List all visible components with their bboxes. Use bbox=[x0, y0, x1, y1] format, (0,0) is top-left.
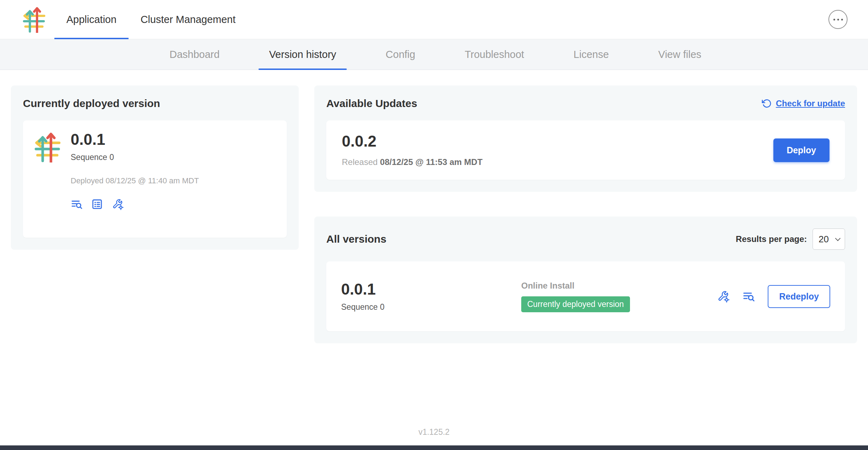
primary-nav: Application Cluster Management bbox=[54, 0, 248, 39]
page: Application Cluster Management Dashboard… bbox=[0, 0, 868, 450]
tab-license-label: License bbox=[573, 49, 609, 60]
ellipsis-icon bbox=[841, 19, 843, 20]
app-logo-icon bbox=[22, 6, 46, 33]
tab-config[interactable]: Config bbox=[361, 39, 440, 70]
results-per-page: Results per page: 20 bbox=[736, 229, 845, 250]
app-version-logo-icon bbox=[34, 131, 61, 162]
currently-deployed-title: Currently deployed version bbox=[23, 97, 287, 109]
top-navbar: Application Cluster Management bbox=[0, 0, 868, 39]
current-version-sequence: Sequence 0 bbox=[71, 153, 199, 162]
footer: v1.125.2 bbox=[0, 417, 868, 445]
tab-troubleshoot-label: Troubleshoot bbox=[465, 49, 524, 60]
install-type-label: Online Install bbox=[521, 281, 630, 291]
all-versions-title: All versions bbox=[326, 233, 386, 245]
ellipsis-icon bbox=[833, 19, 835, 20]
available-updates-card: Available Updates Check for update 0.0.2… bbox=[314, 85, 857, 192]
config-checklist-icon[interactable] bbox=[91, 198, 103, 210]
current-version-actions bbox=[71, 198, 199, 210]
current-version-info: 0.0.1 Sequence 0 Deployed 08/12/25 @ 11:… bbox=[71, 131, 199, 210]
bottom-bar bbox=[0, 445, 868, 450]
row-version-info: 0.0.1 Sequence 0 bbox=[341, 281, 521, 312]
current-version-number: 0.0.1 bbox=[71, 131, 199, 148]
update-info: 0.0.2 Released 08/12/25 @ 11:53 am MDT bbox=[342, 133, 482, 167]
released-date: 08/12/25 @ 11:53 am MDT bbox=[380, 157, 482, 167]
current-version-column: Currently deployed version bbox=[11, 85, 299, 250]
results-per-page-select-wrap: 20 bbox=[813, 229, 845, 250]
results-per-page-label: Results per page: bbox=[736, 234, 807, 244]
released-timestamp: Released 08/12/25 @ 11:53 am MDT bbox=[342, 157, 482, 167]
released-prefix: Released bbox=[342, 157, 380, 167]
tab-troubleshoot[interactable]: Troubleshoot bbox=[440, 39, 549, 70]
update-version-number: 0.0.2 bbox=[342, 133, 482, 149]
tab-view-files-label: View files bbox=[658, 49, 701, 60]
nav-cluster-management[interactable]: Cluster Management bbox=[129, 0, 248, 39]
console-version: v1.125.2 bbox=[418, 427, 450, 437]
release-notes-icon[interactable] bbox=[742, 290, 755, 303]
refresh-icon bbox=[762, 99, 772, 108]
ellipsis-icon bbox=[837, 19, 839, 20]
redeploy-button[interactable]: Redeploy bbox=[768, 285, 830, 308]
available-updates-header: Available Updates Check for update bbox=[326, 97, 845, 109]
deploy-button[interactable]: Deploy bbox=[773, 138, 830, 162]
version-row: 0.0.1 Sequence 0 Online Install Currentl… bbox=[326, 261, 845, 331]
app-tab-bar: Dashboard Version history Config Trouble… bbox=[0, 39, 868, 70]
nav-application[interactable]: Application bbox=[54, 0, 129, 39]
all-versions-header: All versions Results per page: 20 bbox=[326, 229, 845, 250]
current-version-panel: 0.0.1 Sequence 0 Deployed 08/12/25 @ 11:… bbox=[23, 120, 287, 238]
tab-version-history-label: Version history bbox=[269, 49, 336, 60]
check-for-update-label: Check for update bbox=[776, 99, 845, 108]
nav-cluster-management-label: Cluster Management bbox=[141, 14, 236, 25]
deployed-timestamp: Deployed 08/12/25 @ 11:40 am MDT bbox=[71, 176, 199, 185]
results-per-page-select[interactable]: 20 bbox=[813, 229, 845, 250]
edit-config-wrench-gear-icon[interactable] bbox=[717, 290, 730, 303]
more-menu-button[interactable] bbox=[828, 10, 848, 29]
all-versions-card: All versions Results per page: 20 0.0. bbox=[314, 217, 857, 343]
tab-config-label: Config bbox=[386, 49, 415, 60]
tab-view-files[interactable]: View files bbox=[634, 39, 726, 70]
tab-license[interactable]: License bbox=[549, 39, 634, 70]
currently-deployed-card: Currently deployed version bbox=[11, 85, 299, 250]
nav-application-label: Application bbox=[66, 14, 117, 25]
check-for-update-link[interactable]: Check for update bbox=[762, 99, 845, 108]
available-updates-title: Available Updates bbox=[326, 97, 417, 109]
release-notes-icon[interactable] bbox=[71, 198, 83, 210]
row-version-number: 0.0.1 bbox=[341, 281, 521, 297]
main-content: Currently deployed version bbox=[0, 70, 868, 417]
row-install-info: Online Install Currently deployed versio… bbox=[521, 281, 630, 312]
update-row: 0.0.2 Released 08/12/25 @ 11:53 am MDT D… bbox=[326, 120, 845, 180]
tab-version-history[interactable]: Version history bbox=[244, 39, 361, 70]
row-actions: Redeploy bbox=[717, 285, 830, 308]
edit-config-wrench-gear-icon[interactable] bbox=[112, 198, 124, 210]
currently-deployed-badge: Currently deployed version bbox=[521, 296, 630, 312]
tab-dashboard-label: Dashboard bbox=[170, 49, 220, 60]
versions-column: Available Updates Check for update 0.0.2… bbox=[314, 85, 857, 343]
row-version-sequence: Sequence 0 bbox=[341, 302, 521, 312]
tab-dashboard[interactable]: Dashboard bbox=[145, 39, 244, 70]
